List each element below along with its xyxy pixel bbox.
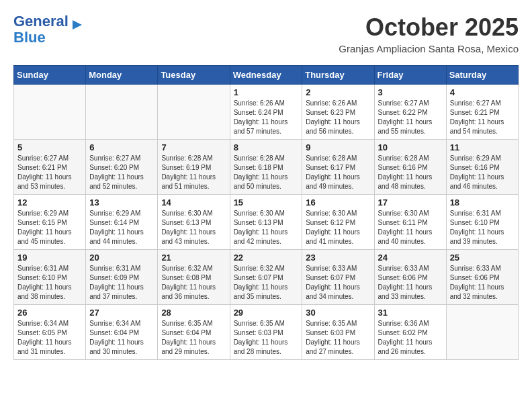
calendar-cell: 5Sunrise: 6:27 AM Sunset: 6:21 PM Daylig…: [14, 140, 86, 195]
calendar-cell: 18Sunrise: 6:31 AM Sunset: 6:10 PM Dayli…: [446, 195, 518, 250]
weekday-header-friday: Friday: [374, 66, 446, 85]
day-info: Sunrise: 6:30 AM Sunset: 6:11 PM Dayligh…: [378, 209, 443, 246]
calendar-cell: 15Sunrise: 6:30 AM Sunset: 6:13 PM Dayli…: [230, 195, 302, 250]
calendar-week-4: 19Sunrise: 6:31 AM Sunset: 6:10 PM Dayli…: [14, 250, 519, 305]
calendar-cell: 19Sunrise: 6:31 AM Sunset: 6:10 PM Dayli…: [14, 250, 86, 305]
day-number: 5: [17, 142, 82, 152]
calendar-cell: 17Sunrise: 6:30 AM Sunset: 6:11 PM Dayli…: [374, 195, 446, 250]
day-number: 21: [161, 253, 226, 263]
calendar-cell: [14, 85, 86, 140]
day-info: Sunrise: 6:34 AM Sunset: 6:04 PM Dayligh…: [89, 319, 154, 357]
calendar-cell: 29Sunrise: 6:35 AM Sunset: 6:03 PM Dayli…: [230, 305, 302, 360]
day-number: 23: [306, 253, 370, 263]
day-info: Sunrise: 6:26 AM Sunset: 6:24 PM Dayligh…: [234, 99, 299, 136]
weekday-header-row: SundayMondayTuesdayWednesdayThursdayFrid…: [14, 66, 519, 85]
day-number: 12: [17, 197, 82, 208]
calendar-cell: 9Sunrise: 6:28 AM Sunset: 6:17 PM Daylig…: [302, 140, 374, 195]
month-title: October 2025: [339, 13, 519, 42]
day-info: Sunrise: 6:35 AM Sunset: 6:04 PM Dayligh…: [161, 319, 226, 357]
day-info: Sunrise: 6:30 AM Sunset: 6:12 PM Dayligh…: [306, 209, 370, 246]
day-number: 27: [89, 308, 154, 318]
day-info: Sunrise: 6:28 AM Sunset: 6:19 PM Dayligh…: [161, 154, 226, 191]
day-number: 26: [17, 308, 82, 318]
day-number: 7: [161, 142, 226, 152]
calendar-cell: 13Sunrise: 6:29 AM Sunset: 6:14 PM Dayli…: [86, 195, 158, 250]
calendar-cell: 20Sunrise: 6:31 AM Sunset: 6:09 PM Dayli…: [86, 250, 158, 305]
weekday-header-monday: Monday: [86, 66, 158, 85]
day-info: Sunrise: 6:33 AM Sunset: 6:06 PM Dayligh…: [450, 264, 515, 302]
calendar-cell: 7Sunrise: 6:28 AM Sunset: 6:19 PM Daylig…: [158, 140, 230, 195]
day-info: Sunrise: 6:28 AM Sunset: 6:18 PM Dayligh…: [234, 154, 299, 191]
day-info: Sunrise: 6:31 AM Sunset: 6:10 PM Dayligh…: [450, 209, 515, 246]
day-number: 4: [450, 87, 515, 97]
day-info: Sunrise: 6:33 AM Sunset: 6:06 PM Dayligh…: [378, 264, 443, 302]
day-number: 22: [234, 253, 299, 263]
calendar-cell: 1Sunrise: 6:26 AM Sunset: 6:24 PM Daylig…: [230, 85, 302, 140]
day-number: 13: [89, 197, 154, 208]
calendar-cell: 27Sunrise: 6:34 AM Sunset: 6:04 PM Dayli…: [86, 305, 158, 360]
day-info: Sunrise: 6:35 AM Sunset: 6:03 PM Dayligh…: [306, 319, 370, 357]
day-info: Sunrise: 6:35 AM Sunset: 6:03 PM Dayligh…: [234, 319, 299, 357]
day-info: Sunrise: 6:34 AM Sunset: 6:05 PM Dayligh…: [17, 319, 82, 357]
calendar-week-3: 12Sunrise: 6:29 AM Sunset: 6:15 PM Dayli…: [14, 195, 519, 250]
day-info: Sunrise: 6:32 AM Sunset: 6:08 PM Dayligh…: [161, 264, 226, 302]
day-number: 2: [306, 87, 370, 97]
title-block: October 2025 Granjas Ampliacion Santa Ro…: [339, 13, 519, 54]
day-number: 1: [234, 87, 299, 97]
day-info: Sunrise: 6:33 AM Sunset: 6:07 PM Dayligh…: [306, 264, 370, 302]
calendar-cell: 28Sunrise: 6:35 AM Sunset: 6:04 PM Dayli…: [158, 305, 230, 360]
day-info: Sunrise: 6:29 AM Sunset: 6:14 PM Dayligh…: [89, 209, 154, 246]
day-number: 15: [234, 197, 299, 208]
location-title: Granjas Ampliacion Santa Rosa, Mexico: [339, 43, 519, 54]
calendar-cell: 3Sunrise: 6:27 AM Sunset: 6:22 PM Daylig…: [374, 85, 446, 140]
calendar-cell: 21Sunrise: 6:32 AM Sunset: 6:08 PM Dayli…: [158, 250, 230, 305]
day-info: Sunrise: 6:27 AM Sunset: 6:21 PM Dayligh…: [450, 99, 515, 136]
day-info: Sunrise: 6:29 AM Sunset: 6:15 PM Dayligh…: [17, 209, 82, 246]
day-number: 10: [378, 142, 443, 152]
day-info: Sunrise: 6:27 AM Sunset: 6:20 PM Dayligh…: [89, 154, 154, 191]
day-number: 29: [234, 308, 299, 318]
calendar-cell: [158, 85, 230, 140]
day-info: Sunrise: 6:31 AM Sunset: 6:10 PM Dayligh…: [17, 264, 82, 302]
day-number: 25: [450, 253, 515, 263]
logo-arrow-icon: [70, 17, 85, 32]
day-number: 19: [17, 253, 82, 263]
day-number: 8: [234, 142, 299, 152]
svg-marker-0: [73, 20, 82, 30]
calendar-cell: 23Sunrise: 6:33 AM Sunset: 6:07 PM Dayli…: [302, 250, 374, 305]
day-info: Sunrise: 6:36 AM Sunset: 6:02 PM Dayligh…: [378, 319, 443, 357]
calendar-cell: 22Sunrise: 6:32 AM Sunset: 6:07 PM Dayli…: [230, 250, 302, 305]
logo-general: General: [13, 13, 69, 30]
logo-text: General Blue: [13, 13, 69, 46]
calendar-week-1: 1Sunrise: 6:26 AM Sunset: 6:24 PM Daylig…: [14, 85, 519, 140]
day-number: 18: [450, 197, 515, 208]
calendar-cell: 24Sunrise: 6:33 AM Sunset: 6:06 PM Dayli…: [374, 250, 446, 305]
day-info: Sunrise: 6:29 AM Sunset: 6:16 PM Dayligh…: [450, 154, 515, 191]
calendar-week-2: 5Sunrise: 6:27 AM Sunset: 6:21 PM Daylig…: [14, 140, 519, 195]
weekday-header-sunday: Sunday: [14, 66, 86, 85]
page-header: General Blue October 2025 Granjas Amplia…: [13, 13, 519, 54]
day-info: Sunrise: 6:26 AM Sunset: 6:23 PM Dayligh…: [306, 99, 370, 136]
logo: General Blue: [13, 13, 85, 46]
day-info: Sunrise: 6:32 AM Sunset: 6:07 PM Dayligh…: [234, 264, 299, 302]
day-info: Sunrise: 6:28 AM Sunset: 6:16 PM Dayligh…: [378, 154, 443, 191]
calendar-table: SundayMondayTuesdayWednesdayThursdayFrid…: [13, 65, 519, 360]
calendar-cell: [86, 85, 158, 140]
day-number: 24: [378, 253, 443, 263]
calendar-week-5: 26Sunrise: 6:34 AM Sunset: 6:05 PM Dayli…: [14, 305, 519, 360]
calendar-cell: 6Sunrise: 6:27 AM Sunset: 6:20 PM Daylig…: [86, 140, 158, 195]
calendar-cell: 10Sunrise: 6:28 AM Sunset: 6:16 PM Dayli…: [374, 140, 446, 195]
day-number: 6: [89, 142, 154, 152]
day-info: Sunrise: 6:28 AM Sunset: 6:17 PM Dayligh…: [306, 154, 370, 191]
calendar-cell: 4Sunrise: 6:27 AM Sunset: 6:21 PM Daylig…: [446, 85, 518, 140]
weekday-header-tuesday: Tuesday: [158, 66, 230, 85]
calendar-cell: 26Sunrise: 6:34 AM Sunset: 6:05 PM Dayli…: [14, 305, 86, 360]
day-number: 17: [378, 197, 443, 208]
day-info: Sunrise: 6:30 AM Sunset: 6:13 PM Dayligh…: [161, 209, 226, 246]
weekday-header-thursday: Thursday: [302, 66, 374, 85]
day-info: Sunrise: 6:30 AM Sunset: 6:13 PM Dayligh…: [234, 209, 299, 246]
day-number: 31: [378, 308, 443, 318]
day-number: 30: [306, 308, 370, 318]
calendar-cell: 16Sunrise: 6:30 AM Sunset: 6:12 PM Dayli…: [302, 195, 374, 250]
logo-blue: Blue: [13, 29, 46, 46]
